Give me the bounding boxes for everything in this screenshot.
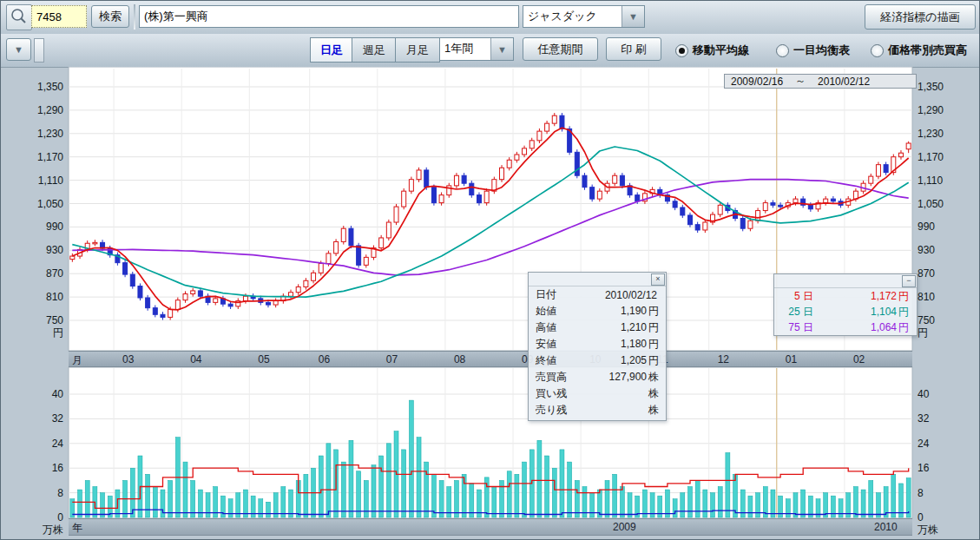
month-label: 05 — [258, 353, 269, 365]
radio-label: 移動平均線 — [693, 43, 749, 58]
draw-economic-indicators-button[interactable]: 経済指標の描画 — [865, 4, 976, 30]
month-axis-strip: 月 030405060708091011120102 — [69, 351, 912, 367]
year-axis-strip: 年 2009 2010 — [69, 518, 912, 536]
price-axis-label-right: 990 — [918, 221, 935, 233]
range-select-value: 1年間 — [440, 38, 490, 60]
legend-row-ma25: 25 日1,104円 — [774, 304, 917, 319]
price-axis-label-right: 870 — [918, 267, 935, 280]
market-select[interactable]: ジャスダック ▼ — [523, 5, 645, 28]
price-axis-label-left: 1,290 — [1, 104, 63, 116]
close-icon[interactable]: × — [651, 273, 665, 286]
price-axis-label-right: 1,290 — [918, 104, 944, 116]
volume-axis-label-right: 40 — [918, 388, 929, 400]
year-axis-prefix: 年 — [72, 521, 82, 536]
month-label: 03 — [122, 353, 134, 365]
price-axis-label-left: 1,230 — [1, 128, 63, 140]
month-label: 04 — [190, 353, 201, 365]
legend-header: − — [774, 274, 917, 288]
minimize-icon[interactable]: − — [902, 275, 916, 287]
month-label: 01 — [786, 353, 797, 365]
month-label: 07 — [386, 353, 398, 365]
tab-monthly[interactable]: 月足 — [395, 37, 440, 63]
date-range-start: 2009/02/16 — [731, 76, 783, 88]
stock-name-input[interactable] — [139, 5, 519, 28]
price-axis-label-left: 930 — [1, 244, 63, 256]
radio-icon — [871, 44, 884, 57]
volume-axis-label-right: 24 — [918, 438, 929, 450]
price-axis-label-right: 810 — [918, 291, 935, 303]
price-unit-left: 円 — [1, 326, 63, 340]
radio-icon — [776, 44, 789, 57]
tooltip-row-date: 日付2010/02/12 — [529, 286, 666, 303]
ohlc-tooltip: × 日付2010/02/12 始値1,190円 高値1,210円 安値1,180… — [528, 272, 667, 421]
year-label-2009: 2009 — [613, 521, 636, 533]
market-select-value: ジャスダック — [523, 6, 622, 27]
chevron-down-icon[interactable]: ▼ — [490, 38, 513, 60]
volume-axis-label-right: 16 — [918, 462, 929, 474]
price-axis-label-left: 810 — [1, 291, 63, 303]
price-axis-label-left: 1,170 — [1, 151, 63, 163]
price-axis-label-left: 1,050 — [1, 198, 63, 210]
radio-icon — [675, 44, 688, 57]
radio-ichimoku[interactable]: 一目均衡表 — [776, 43, 850, 58]
stock-code-input[interactable] — [31, 5, 87, 28]
radio-label: 一目均衡表 — [793, 43, 850, 58]
search-icon — [7, 16, 30, 30]
stock-chart-window: 検索 ジャスダック ▼ 経済指標の描画 ▼ 日足 週足 月足 1年間 ▼ 任意期… — [0, 0, 980, 540]
volume-axis-label-left: 16 — [1, 462, 63, 474]
tooltip-row-open: 始値1,190円 — [529, 303, 666, 319]
date-range-separator: ～ — [795, 74, 806, 89]
price-axis-label-right: 930 — [918, 244, 935, 256]
magnifier-panel[interactable] — [6, 4, 32, 30]
tooltip-row-close: 終値1,205円 — [529, 352, 666, 369]
volume-unit-left: 万株 — [1, 523, 63, 537]
chevron-down-icon: ▼ — [14, 44, 23, 55]
volume-axis-label-left: 32 — [1, 412, 63, 425]
price-axis-label-right: 1,230 — [918, 128, 944, 140]
toolbar-top: 検索 ジャスダック ▼ 経済指標の描画 — [1, 1, 980, 35]
volume-axis-label-right: 32 — [918, 412, 929, 425]
price-axis-label-left: 870 — [1, 267, 63, 280]
search-button[interactable]: 検索 — [91, 5, 129, 28]
radio-volume-by-price[interactable]: 価格帯別売買高 — [871, 43, 967, 58]
toolbar-divider — [134, 4, 135, 30]
year-label-2010: 2010 — [874, 521, 898, 533]
tooltip-row-low: 安値1,180円 — [529, 336, 666, 352]
tab-weekly[interactable]: 週足 — [352, 37, 397, 63]
legend-row-ma5: 5 日1,172円 — [774, 288, 917, 304]
price-axis-label-left: 750 — [1, 314, 63, 326]
volume-unit-right: 万株 — [918, 523, 938, 537]
tooltip-row-margin-buy: 買い残株 — [529, 385, 666, 402]
price-axis-label-right: 1,170 — [918, 151, 944, 163]
radio-label: 価格帯別売買高 — [888, 43, 967, 58]
custom-period-button[interactable]: 任意期間 — [523, 37, 598, 61]
date-range-box: 2009/02/16 ～ 2010/02/12 — [724, 74, 917, 89]
month-label: 12 — [718, 353, 729, 365]
tab-daily[interactable]: 日足 — [310, 37, 353, 63]
price-axis-label-right: 750 — [918, 314, 935, 326]
ma-legend-box: − 5 日1,172円 25 日1,104円 75 日1,064円 — [773, 273, 918, 336]
price-axis-label-left: 990 — [1, 221, 63, 233]
tooltip-row-high: 高値1,210円 — [529, 319, 666, 336]
radio-moving-average[interactable]: 移動平均線 — [675, 43, 749, 58]
price-axis-label-left: 1,350 — [1, 81, 63, 93]
month-label: 02 — [853, 353, 865, 365]
legend-row-ma75: 75 日1,064円 — [774, 319, 917, 335]
date-range-end: 2010/02/12 — [818, 76, 870, 88]
price-axis-label-left: 1,110 — [1, 175, 63, 187]
volume-axis-label-right: 8 — [918, 487, 924, 499]
price-axis-label-right: 1,350 — [918, 81, 944, 93]
range-select[interactable]: 1年間 ▼ — [439, 37, 514, 61]
tooltip-header: × — [529, 273, 666, 286]
price-axis-label-right: 1,050 — [918, 198, 944, 210]
dropdown-toggle-button[interactable]: ▼ — [6, 38, 31, 61]
volume-axis-label-left: 8 — [1, 487, 63, 499]
volume-axis-label-left: 40 — [1, 388, 63, 400]
volume-axis-label-left: 0 — [1, 511, 63, 524]
chevron-down-icon[interactable]: ▼ — [622, 6, 644, 27]
month-label: 08 — [454, 353, 465, 365]
print-button[interactable]: 印 刷 — [606, 37, 661, 61]
tooltip-row-volume: 売買高127,900株 — [529, 369, 666, 385]
collapsed-strip — [34, 38, 44, 63]
volume-axis-label-left: 24 — [1, 438, 63, 450]
